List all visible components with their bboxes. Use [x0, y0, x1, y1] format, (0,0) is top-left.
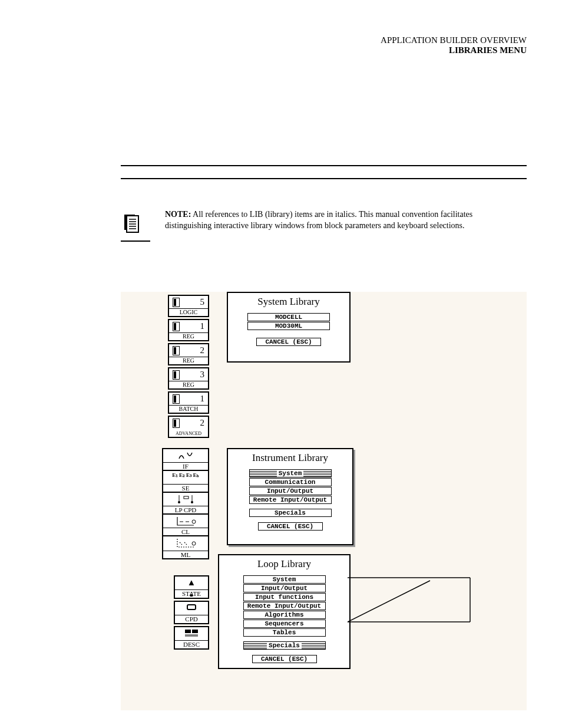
tool-reg-2[interactable]: 2 REG: [168, 343, 209, 365]
tool-logic[interactable]: 5 LOGIC: [168, 295, 209, 317]
loop-lib-remote-io[interactable]: Remote Input/Output: [243, 602, 326, 610]
note-label: NOTE:: [165, 210, 191, 219]
svg-rect-16: [192, 630, 198, 633]
svg-line-22: [348, 581, 430, 622]
tool-se[interactable]: E₁ E₂ E₃ Eₕ SE: [163, 471, 208, 493]
if-icon: [163, 449, 208, 463]
svg-rect-7: [184, 496, 189, 499]
toolbar-column-3: ▲▄ STATE CPD DESC: [174, 575, 209, 651]
tool-if[interactable]: IF: [163, 449, 208, 471]
instrument-lib-specials[interactable]: Specials: [249, 509, 332, 517]
loop-lib-io[interactable]: Input/Output: [243, 584, 326, 592]
note-icon: [121, 212, 150, 242]
system-library-title: System Library: [228, 293, 349, 312]
tool-cpd[interactable]: CPD: [174, 601, 209, 624]
svg-point-11: [191, 501, 193, 503]
block-icon: [173, 419, 180, 428]
ml-icon: [163, 536, 208, 552]
block-icon: [173, 394, 180, 404]
instrument-library-title: Instrument Library: [228, 449, 352, 469]
svg-point-10: [178, 501, 180, 503]
instrument-lib-system[interactable]: System: [249, 469, 332, 477]
svg-point-12: [192, 520, 196, 523]
loop-lib-algorithms[interactable]: Algorithms: [243, 611, 326, 619]
system-lib-cancel[interactable]: CANCEL (ESC): [256, 338, 321, 346]
lpcpd-icon: [163, 493, 208, 507]
desc-icon: [175, 627, 208, 640]
system-lib-mod30ml[interactable]: MOD30ML: [247, 322, 330, 330]
block-icon: [173, 298, 180, 307]
loop-lib-sequencers[interactable]: Sequencers: [243, 620, 326, 628]
cpd-icon: [175, 602, 208, 613]
tool-ml[interactable]: ML: [163, 536, 208, 558]
loop-lib-specials[interactable]: Specials: [243, 641, 326, 650]
loop-lib-cancel[interactable]: CANCEL (ESC): [252, 655, 317, 663]
tool-desc[interactable]: DESC: [174, 626, 209, 650]
header-line1: APPLICATION BUILDER OVERVIEW: [381, 35, 527, 45]
block-icon: [173, 346, 180, 355]
loop-lib-system[interactable]: System: [243, 575, 326, 584]
page-header: APPLICATION BUILDER OVERVIEW LIBRARIES M…: [381, 35, 527, 55]
tool-state[interactable]: ▲▄ STATE: [174, 575, 209, 599]
system-lib-modcell[interactable]: MODCELL: [247, 313, 330, 321]
loop-library-title: Loop Library: [219, 555, 349, 575]
toolbar-column-2: IF E₁ E₂ E₃ Eₕ SE LP CPD CL ML: [162, 448, 209, 559]
section-header: [121, 165, 527, 186]
tool-cl[interactable]: CL: [163, 515, 208, 536]
note-body: All references to LIB (library) items ar…: [165, 210, 472, 230]
svg-point-13: [192, 542, 196, 545]
instrument-lib-cancel[interactable]: CANCEL (ESC): [258, 522, 323, 531]
toolbar-column-1: 5 LOGIC 1 REG 2 REG 3 REG 1 BATCH 2 ADVA…: [168, 295, 209, 440]
block-icon: [173, 370, 180, 380]
tool-reg-3[interactable]: 3 REG: [168, 367, 209, 390]
instrument-lib-remote-io[interactable]: Remote Input/Output: [249, 496, 332, 504]
instrument-lib-communication[interactable]: Communication: [249, 478, 332, 486]
tool-batch[interactable]: 1 BATCH: [168, 391, 209, 414]
header-line2: LIBRARIES MENU: [381, 45, 527, 55]
loop-library-panel: Loop Library System Input/Output Input f…: [218, 554, 351, 669]
system-library-panel: System Library MODCELL MOD30ML CANCEL (E…: [227, 292, 351, 363]
instrument-library-panel: Instrument Library System Communication …: [227, 448, 353, 545]
tool-lpcpd[interactable]: LP CPD: [163, 493, 208, 515]
instrument-lib-io[interactable]: Input/Output: [249, 487, 332, 495]
loop-lib-tables[interactable]: Tables: [243, 628, 326, 637]
tool-advanced[interactable]: 2 ADVANCED: [168, 416, 209, 438]
note-text: NOTE: All references to LIB (library) it…: [165, 209, 521, 232]
tool-reg-1[interactable]: 1 REG: [168, 319, 209, 341]
block-icon: [173, 322, 180, 331]
loop-lib-input-functions[interactable]: Input functions: [243, 593, 326, 601]
svg-rect-14: [187, 605, 196, 610]
content-area: 5 LOGIC 1 REG 2 REG 3 REG 1 BATCH 2 ADVA…: [121, 292, 527, 710]
connector-lines: [348, 575, 501, 625]
svg-rect-15: [185, 630, 191, 633]
